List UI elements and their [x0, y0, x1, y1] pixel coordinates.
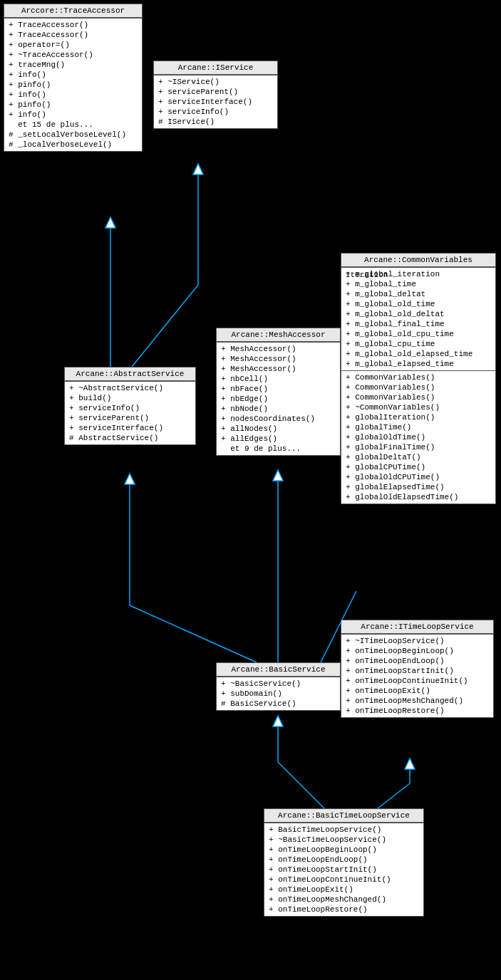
- trace-accessor-row-6: + info(): [7, 70, 139, 80]
- svg-line-15: [378, 783, 410, 808]
- svg-line-3: [132, 285, 198, 367]
- btls-row-6: + onTimeLoopContinueInit(): [267, 875, 420, 885]
- cv-row-20: + globalCPUTime(): [344, 462, 492, 472]
- as-row-2: + build(): [68, 393, 192, 403]
- btls-row-8: + onTimeLoopMeshChanged(): [267, 895, 420, 905]
- basic-service-title: Arcane::BasicService: [217, 663, 340, 677]
- cv-row-7: + m_global_old_cpu_time: [344, 329, 492, 339]
- trace-accessor-row-4: + ~TraceAccessor(): [7, 50, 139, 60]
- basic-service-box: Arcane::BasicService + ~BasicService() +…: [216, 662, 341, 711]
- ma-row-11: et 9 de plus...: [219, 444, 337, 454]
- ma-row-10: + allEdges(): [219, 434, 337, 444]
- iservice-row-5: # IService(): [157, 117, 274, 127]
- cv-row-11: + CommonVariables(): [344, 372, 492, 382]
- cv-row-14: + ~CommonVariables(): [344, 402, 492, 412]
- ma-row-2: + MeshAccessor(): [219, 354, 337, 364]
- basic-service-section: + ~BasicService() + subDomain() # BasicS…: [217, 677, 340, 710]
- btls-row-4: + onTimeLoopEndLoop(): [267, 855, 420, 865]
- trace-accessor-title: Arccore::TraceAccessor: [4, 4, 142, 18]
- trace-accessor-row-2: + TraceAccessor(): [7, 30, 139, 40]
- basic-timeloop-service-section: + BasicTimeLoopService() + ~BasicTimeLoo…: [264, 823, 423, 916]
- trace-accessor-row-10: + info(): [7, 110, 139, 120]
- cv-row-5: + m_global_old_deltat: [344, 309, 492, 319]
- itimeloop-service-section: + ~ITimeLoopService() + onTimeLoopBeginL…: [341, 635, 493, 717]
- cv-row-3: + m_global_deltat: [344, 289, 492, 299]
- svg-marker-4: [193, 164, 203, 174]
- ma-row-3: + MeshAccessor(): [219, 364, 337, 374]
- abstract-service-section: + ~AbstractService() + build() + service…: [65, 382, 195, 444]
- iteration-label: Iteration: [346, 271, 388, 279]
- iservice-row-2: + serviceParent(): [157, 87, 274, 97]
- its-row-1: + ~ITimeLoopService(): [344, 636, 490, 646]
- as-row-6: # AbstractService(): [68, 433, 192, 443]
- ma-row-7: + nbNode(): [219, 404, 337, 414]
- btls-row-2: + ~BasicTimeLoopService(): [267, 835, 420, 845]
- common-variables-title: Arcane::CommonVariables: [341, 254, 495, 267]
- svg-line-12: [278, 762, 324, 808]
- cv-row-8: + m_global_cpu_time: [344, 339, 492, 349]
- basic-timeloop-service-box: Arcane::BasicTimeLoopService + BasicTime…: [264, 808, 424, 917]
- cv-row-2: + m_global_time: [344, 279, 492, 289]
- abstract-service-title: Arcane::AbstractService: [65, 368, 195, 381]
- its-row-8: + onTimeLoopRestore(): [344, 706, 490, 716]
- svg-marker-7: [125, 474, 135, 484]
- trace-accessor-row-9: + pinfo(): [7, 100, 139, 110]
- cv-row-15: + globalIteration(): [344, 412, 492, 422]
- btls-row-1: + BasicTimeLoopService(): [267, 825, 420, 835]
- iservice-row-3: + serviceInterface(): [157, 97, 274, 107]
- iservice-box: Arcane::IService + ~IService() + service…: [153, 61, 278, 129]
- trace-accessor-row-7: + pinfo(): [7, 80, 139, 90]
- ma-row-1: + MeshAccessor(): [219, 344, 337, 354]
- svg-marker-13: [273, 716, 283, 726]
- as-row-5: + serviceInterface(): [68, 423, 192, 433]
- iservice-row-1: + ~IService(): [157, 77, 274, 87]
- trace-accessor-row-11: et 15 de plus...: [7, 120, 139, 130]
- trace-accessor-row-1: + TraceAccessor(): [7, 20, 139, 30]
- cv-row-18: + globalFinalTime(): [344, 442, 492, 452]
- cv-row-17: + globalOldTime(): [344, 432, 492, 442]
- common-variables-section-2: + CommonVariables() + CommonVariables() …: [341, 371, 495, 504]
- basic-timeloop-service-title: Arcane::BasicTimeLoopService: [264, 809, 423, 823]
- trace-accessor-box: Arccore::TraceAccessor + TraceAccessor()…: [4, 4, 143, 152]
- trace-accessor-row-8: + info(): [7, 90, 139, 100]
- btls-row-5: + onTimeLoopStartInit(): [267, 865, 420, 875]
- ma-row-5: + nbFace(): [219, 384, 337, 394]
- trace-accessor-row-12: # _setLocalVerboseLevel(): [7, 130, 139, 140]
- cv-row-16: + globalTime(): [344, 422, 492, 432]
- cv-row-23: + globalOldElapsedTime(): [344, 492, 492, 502]
- common-variables-section-1: + m_global_iteration + m_global_time + m…: [341, 268, 495, 370]
- bs-row-2: + subDomain(): [219, 689, 337, 699]
- cv-row-10: + m_global_elapsed_time: [344, 359, 492, 369]
- ma-row-9: + allNodes(): [219, 424, 337, 434]
- abstract-service-box: Arcane::AbstractService + ~AbstractServi…: [64, 367, 196, 445]
- svg-marker-16: [405, 759, 415, 769]
- mesh-accessor-title: Arcane::MeshAccessor: [217, 328, 340, 342]
- btls-row-3: + onTimeLoopBeginLoop(): [267, 845, 420, 855]
- cv-row-9: + m_global_old_elapsed_time: [344, 349, 492, 359]
- bs-row-3: # BasicService(): [219, 699, 337, 709]
- common-variables-box: Arcane::CommonVariables + m_global_itera…: [341, 253, 496, 504]
- ma-row-6: + nbEdge(): [219, 394, 337, 404]
- as-row-3: + serviceInfo(): [68, 403, 192, 413]
- iservice-row-4: + serviceInfo(): [157, 107, 274, 117]
- cv-row-21: + globalOldCPUTime(): [344, 472, 492, 482]
- itimeloop-service-box: Arcane::ITimeLoopService + ~ITimeLoopSer…: [341, 620, 494, 718]
- as-row-1: + ~AbstractService(): [68, 383, 192, 393]
- itimeloop-service-title: Arcane::ITimeLoopService: [341, 620, 493, 634]
- iservice-section: + ~IService() + serviceParent() + servic…: [154, 75, 277, 128]
- svg-marker-1: [105, 217, 115, 228]
- trace-accessor-section: + TraceAccessor() + TraceAccessor() + op…: [4, 19, 142, 151]
- its-row-7: + onTimeLoopMeshChanged(): [344, 696, 490, 706]
- ma-row-4: + nbCell(): [219, 374, 337, 384]
- cv-row-4: + m_global_old_time: [344, 299, 492, 309]
- mesh-accessor-box: Arcane::MeshAccessor + MeshAccessor() + …: [216, 328, 341, 456]
- its-row-4: + onTimeLoopStartInit(): [344, 666, 490, 676]
- iservice-title: Arcane::IService: [154, 61, 277, 75]
- cv-row-6: + m_global_final_time: [344, 319, 492, 329]
- its-row-3: + onTimeLoopEndLoop(): [344, 656, 490, 666]
- its-row-2: + onTimeLoopBeginLoop(): [344, 646, 490, 656]
- as-row-4: + serviceParent(): [68, 413, 192, 423]
- svg-line-6: [130, 605, 257, 662]
- ma-row-8: + nodesCoordinates(): [219, 414, 337, 424]
- mesh-accessor-section: + MeshAccessor() + MeshAccessor() + Mesh…: [217, 343, 340, 455]
